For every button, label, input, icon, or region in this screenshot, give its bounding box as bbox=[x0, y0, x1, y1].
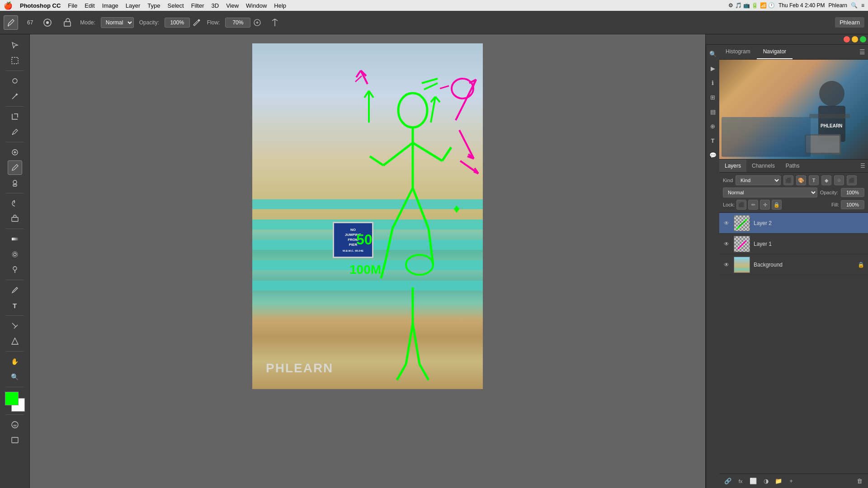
foreground-color-swatch[interactable] bbox=[5, 392, 19, 405]
hand-tool[interactable]: ✋ bbox=[8, 354, 22, 369]
move-tool[interactable] bbox=[8, 38, 22, 52]
opacity-value-input[interactable] bbox=[841, 188, 864, 197]
separator-1 bbox=[6, 70, 24, 71]
menu-window[interactable]: Window bbox=[246, 2, 267, 9]
layers-main: Histogram Navigator ☰ bbox=[719, 45, 868, 488]
opacity-airbrush-icon[interactable] bbox=[192, 18, 202, 28]
layers-filter-shape-icon[interactable]: ◆ bbox=[821, 175, 831, 185]
panel-comment-icon[interactable]: 💬 bbox=[708, 150, 718, 160]
menu-select[interactable]: Select bbox=[167, 2, 184, 9]
user-account[interactable]: Phlearn bbox=[835, 17, 864, 28]
dodge-tool[interactable] bbox=[8, 263, 22, 277]
panel-close-btn[interactable] bbox=[844, 36, 850, 42]
fill-value-input[interactable] bbox=[841, 200, 864, 209]
menu-image[interactable]: Image bbox=[102, 2, 118, 9]
eyedropper-tool[interactable] bbox=[8, 125, 22, 139]
brush-options-btn[interactable] bbox=[40, 15, 55, 30]
kind-select[interactable]: Kind bbox=[736, 175, 781, 185]
layers-options-icon[interactable]: ☰ bbox=[860, 163, 865, 169]
crop-tool[interactable] bbox=[8, 109, 22, 124]
tab-paths[interactable]: Paths bbox=[780, 160, 805, 172]
zoom-tool[interactable]: 🔍 bbox=[8, 370, 22, 384]
panel-play-icon[interactable]: ▶ bbox=[708, 63, 718, 74]
panel-maximize-btn[interactable] bbox=[860, 36, 866, 42]
lock-position-btn[interactable]: ✛ bbox=[760, 200, 770, 210]
kind-label: Kind bbox=[723, 178, 733, 183]
menubar-user[interactable]: Phlearn bbox=[829, 2, 847, 9]
layer-item-layer1[interactable]: 👁 Layer 1 bbox=[719, 234, 868, 254]
fence-bar-1 bbox=[252, 199, 483, 209]
clone-stamp-tool[interactable] bbox=[8, 176, 22, 190]
layer1-visibility-eye[interactable]: 👁 bbox=[723, 240, 730, 248]
panel-options-icon[interactable]: ☰ bbox=[859, 48, 865, 56]
lock-all-btn[interactable]: 🔒 bbox=[772, 200, 782, 210]
layer-item-layer2[interactable]: 👁 Layer 2 bbox=[719, 213, 868, 234]
flow-input[interactable] bbox=[225, 18, 250, 28]
blur-tool[interactable] bbox=[8, 247, 22, 262]
apple-menu[interactable]: 🍎 bbox=[4, 1, 13, 10]
menu-3d[interactable]: 3D bbox=[212, 2, 219, 9]
background-visibility-eye[interactable]: 👁 bbox=[723, 261, 730, 268]
layer-delete-btn[interactable]: 🗑 bbox=[854, 476, 864, 486]
layers-filter-type-icon[interactable]: T bbox=[809, 175, 819, 185]
path-select-tool[interactable] bbox=[8, 319, 22, 333]
menu-file[interactable]: File bbox=[68, 2, 77, 9]
select-tool[interactable] bbox=[8, 53, 22, 68]
panel-adjust-icon[interactable]: ⊕ bbox=[708, 121, 718, 131]
lock-transparent-btn[interactable]: ⬛ bbox=[736, 200, 746, 210]
layer-mask-btn[interactable]: ⬜ bbox=[748, 476, 758, 486]
layers-filter-pixel-icon[interactable]: ⬛ bbox=[783, 175, 793, 185]
layer-link-btn[interactable]: 🔗 bbox=[723, 476, 733, 486]
magic-wand-tool[interactable] bbox=[8, 89, 22, 103]
panel-type-icon[interactable]: T bbox=[708, 135, 718, 146]
blend-mode-select[interactable]: Normal bbox=[723, 188, 817, 197]
layers-filter-adjust-icon[interactable]: 🎨 bbox=[796, 175, 806, 185]
menu-type[interactable]: Type bbox=[147, 2, 160, 9]
opacity-input[interactable] bbox=[165, 18, 190, 28]
fill-label: Fill: bbox=[831, 202, 839, 207]
gradient-tool[interactable] bbox=[8, 232, 22, 246]
menu-layer[interactable]: Layer bbox=[126, 2, 141, 9]
canvas-wrapper[interactable]: NO JUMPING FROM PIER M.B.M.C. 08.04E bbox=[252, 43, 483, 389]
search-icon[interactable]: 🔍 bbox=[851, 2, 858, 9]
shape-tool[interactable] bbox=[8, 334, 22, 348]
text-tool[interactable]: T bbox=[8, 298, 22, 313]
mode-select[interactable]: Normal bbox=[101, 17, 134, 28]
layer-item-background[interactable]: 👁 Background 🔒 bbox=[719, 254, 868, 275]
eraser-tool[interactable] bbox=[8, 211, 22, 226]
layer-group-btn[interactable]: 📁 bbox=[774, 476, 783, 486]
history-brush-tool[interactable] bbox=[8, 196, 22, 211]
panel-search-icon[interactable]: 🔍 bbox=[708, 48, 718, 59]
pen-tool[interactable] bbox=[8, 283, 22, 297]
layer2-visibility-eye[interactable]: 👁 bbox=[723, 220, 730, 227]
layers-filter-smart-icon[interactable]: ☆ bbox=[834, 175, 844, 185]
healing-brush-tool[interactable] bbox=[8, 145, 22, 160]
lock-pixels-btn[interactable]: ✏ bbox=[748, 200, 758, 210]
menu-edit[interactable]: Edit bbox=[85, 2, 94, 9]
tab-histogram[interactable]: Histogram bbox=[719, 45, 757, 59]
quick-mask-btn[interactable] bbox=[8, 418, 22, 432]
symmetry-icon[interactable] bbox=[268, 15, 282, 30]
tab-channels[interactable]: Channels bbox=[746, 160, 780, 172]
notification-icon[interactable]: ≡ bbox=[861, 2, 864, 9]
menu-help[interactable]: Help bbox=[274, 2, 286, 9]
panel-layers-small-icon[interactable]: ▤ bbox=[708, 106, 718, 117]
layer-new-btn[interactable]: + bbox=[786, 476, 796, 486]
layer-fx-btn[interactable]: fx bbox=[736, 476, 745, 486]
layer-adjustment-btn[interactable]: ◑ bbox=[761, 476, 771, 486]
lasso-tool[interactable] bbox=[8, 74, 22, 88]
brush-tool[interactable] bbox=[8, 160, 22, 175]
tab-navigator[interactable]: Navigator bbox=[757, 45, 793, 59]
brush-extra-icon[interactable] bbox=[60, 15, 75, 30]
menu-filter[interactable]: Filter bbox=[191, 2, 204, 9]
flow-icon[interactable] bbox=[252, 18, 262, 28]
panel-grid-icon[interactable]: ⊞ bbox=[708, 92, 718, 103]
panel-info-icon[interactable]: ℹ bbox=[708, 77, 718, 88]
menu-view[interactable]: View bbox=[226, 2, 239, 9]
panel-minimize-btn[interactable] bbox=[852, 36, 858, 42]
tab-layers[interactable]: Layers bbox=[719, 160, 746, 172]
svg-rect-6 bbox=[12, 57, 18, 64]
layers-filter-toggle-icon[interactable]: ⬛ bbox=[847, 175, 857, 185]
brush-tool-icon[interactable] bbox=[4, 15, 18, 30]
screen-mode-btn[interactable] bbox=[8, 433, 22, 447]
